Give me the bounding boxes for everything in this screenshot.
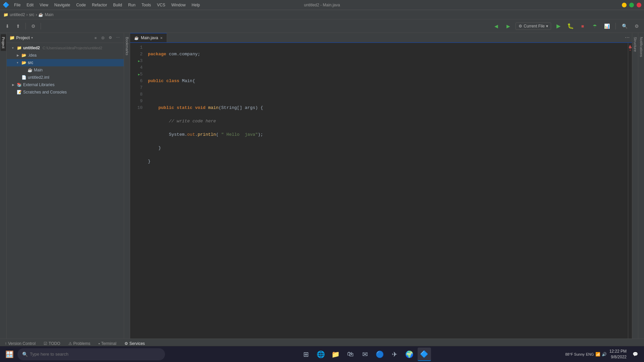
tree-root[interactable]: ▾ 📁 untitled2 C:\Users\asus\IdeaProjects… <box>7 44 124 52</box>
project-settings-button[interactable]: ⚙ <box>107 35 114 41</box>
git-push-button[interactable]: ⬆ <box>13 21 23 31</box>
main-name: Main <box>34 68 43 72</box>
debug-button[interactable]: 🐛 <box>566 21 575 31</box>
edge-button[interactable]: 🌐 <box>314 348 328 361</box>
menu-code[interactable]: Code <box>73 2 89 8</box>
vpn-button[interactable]: 🌍 <box>403 348 416 361</box>
tree-iml[interactable]: 📄 untitled2.iml <box>7 74 124 81</box>
tabs-more-button[interactable]: ⋯ <box>623 33 632 42</box>
services-label: Services <box>129 341 145 346</box>
ln-7: 7 <box>130 84 143 91</box>
tree-scratches[interactable]: 📝 Scratches and Consoles <box>7 88 124 96</box>
menu-run[interactable]: Run <box>125 2 138 8</box>
services-tab[interactable]: ⚙ Services <box>122 341 147 347</box>
coverage-button[interactable]: ☂ <box>590 21 599 31</box>
taskbar-tray: 88°F Sunny ENG 📶 🔊 <box>565 352 606 357</box>
editor-tab-main[interactable]: ☕ Main.java ✕ <box>130 33 167 42</box>
error-marker <box>629 47 632 48</box>
project-dropdown-icon[interactable]: ▾ <box>31 36 33 40</box>
problems-tab[interactable]: ⚠ Problems <box>66 341 93 347</box>
error-scroll-panel: ▲ 1 <box>628 43 632 339</box>
terminal-label: Terminal <box>101 341 116 346</box>
taskbar-clock[interactable]: 12:22 PM 9/8/2022 <box>609 349 627 360</box>
collapse-all-button[interactable]: ≡ <box>92 35 99 41</box>
tree-idea[interactable]: ▶ 📂 .idea <box>7 52 124 59</box>
tree-ext-libs[interactable]: ▶ 📚 External Libraries <box>7 81 124 88</box>
code-editor[interactable]: 1 2 ▶3 4 ▶5 6 7 8 9 10 package com.compa… <box>130 43 632 339</box>
clock-date: 9/8/2022 <box>609 354 627 360</box>
version-control-tab[interactable]: ↑ Version Control <box>3 341 38 347</box>
toolbar-separator-2 <box>41 23 41 29</box>
taskbar-center: ⊞ 🌐 📁 🛍 ✉ 🔵 ✈ 🌍 🔷 <box>166 348 564 361</box>
settings-button[interactable]: ⚙ <box>29 21 38 31</box>
tab-java-icon: ☕ <box>134 36 139 40</box>
ln-3: ▶3 <box>130 58 143 64</box>
explorer-button[interactable]: 📁 <box>329 348 342 361</box>
project-panel-toggle[interactable]: Project <box>1 34 6 51</box>
code-content[interactable]: package com.company; public class Main{ … <box>145 43 628 339</box>
todo-tab[interactable]: ☑ TODO <box>42 341 62 347</box>
menu-build[interactable]: Build <box>110 2 125 8</box>
taskbar-search-box[interactable]: 🔍 <box>17 348 165 360</box>
telegram-button[interactable]: ✈ <box>388 348 401 361</box>
task-view-button[interactable]: ⊞ <box>300 348 313 361</box>
stop-button[interactable]: ■ <box>578 21 587 31</box>
ext-libs-name: External Libraries <box>23 82 54 87</box>
bookmarks-sidebar: Bookmarks <box>124 33 130 339</box>
structure-label[interactable]: Structure <box>633 34 638 55</box>
line-numbers: 1 2 ▶3 4 ▶5 6 7 8 9 10 <box>130 43 145 339</box>
tab-name: Main.java <box>141 36 158 40</box>
menu-navigate[interactable]: Navigate <box>52 2 73 8</box>
forward-button[interactable]: ▶ <box>503 21 513 31</box>
volume-icon: 🔊 <box>602 352 607 357</box>
project-more-button[interactable]: ⋯ <box>114 35 121 41</box>
git-update-button[interactable]: ⬇ <box>3 21 12 31</box>
maximize-button[interactable]: □ <box>629 3 634 7</box>
src-folder-icon: 📂 <box>21 60 26 65</box>
intellij-button[interactable]: 🔷 <box>418 348 431 361</box>
current-file-dropdown[interactable]: ⚙ Current File ▾ <box>516 22 551 30</box>
breadcrumb-part2[interactable]: src <box>29 12 34 17</box>
menu-view[interactable]: View <box>37 2 51 8</box>
profile-button[interactable]: 📊 <box>602 21 611 31</box>
menu-window[interactable]: Window <box>169 2 189 8</box>
menu-file[interactable]: File <box>11 2 23 8</box>
store-button[interactable]: 🛍 <box>344 348 357 361</box>
notifications-label[interactable]: Notifications <box>639 34 644 60</box>
ln-4: 4 <box>130 64 143 71</box>
menu-edit[interactable]: Edit <box>24 2 36 8</box>
app-logo: 🔷 <box>3 2 9 8</box>
close-button[interactable]: ✕ <box>637 3 641 7</box>
menu-vcs[interactable]: VCS <box>154 2 168 8</box>
menu-refactor[interactable]: Refactor <box>89 2 110 8</box>
breadcrumb-part3[interactable]: ☕ <box>38 12 43 17</box>
toolbar-separator-3 <box>615 23 616 29</box>
ext-libs-icon: 📚 <box>17 82 22 87</box>
taskbar-search-input[interactable] <box>30 352 160 357</box>
breadcrumb-part1[interactable]: untitled2 <box>10 12 25 17</box>
minimize-button[interactable]: ─ <box>622 3 627 7</box>
ln-10: 10 <box>130 105 143 111</box>
locate-file-button[interactable]: ◎ <box>100 35 106 41</box>
root-path: C:\Users\asus\IdeaProjects\untitled2 <box>43 46 102 50</box>
ide-settings-button[interactable]: ⚙ <box>632 21 641 31</box>
tree-main[interactable]: ☕ Main <box>7 66 124 74</box>
chrome-button[interactable]: 🔵 <box>373 348 387 361</box>
run-button[interactable]: ▶ <box>554 21 563 31</box>
breadcrumb-part4[interactable]: Main <box>45 12 53 17</box>
tab-close-button[interactable]: ✕ <box>160 36 163 40</box>
search-everywhere-button[interactable]: 🔍 <box>620 21 629 31</box>
iml-name: untitled2.iml <box>28 75 49 80</box>
tree-src[interactable]: ▾ 📂 src <box>7 59 124 66</box>
todo-icon: ☑ <box>44 341 47 346</box>
weather-info: 88°F Sunny <box>565 352 585 356</box>
start-button[interactable]: 🪟 <box>3 348 16 361</box>
notification-center-button[interactable]: 💬 <box>629 348 641 360</box>
breadcrumb-project[interactable]: 📁 <box>3 12 8 17</box>
back-button[interactable]: ◀ <box>491 21 501 31</box>
menu-tools[interactable]: Tools <box>139 2 154 8</box>
terminal-tab[interactable]: ▪ Terminal <box>96 341 118 347</box>
bookmarks-label[interactable]: Bookmarks <box>124 34 130 58</box>
mail-button[interactable]: ✉ <box>359 348 372 361</box>
menu-help[interactable]: Help <box>189 2 203 8</box>
